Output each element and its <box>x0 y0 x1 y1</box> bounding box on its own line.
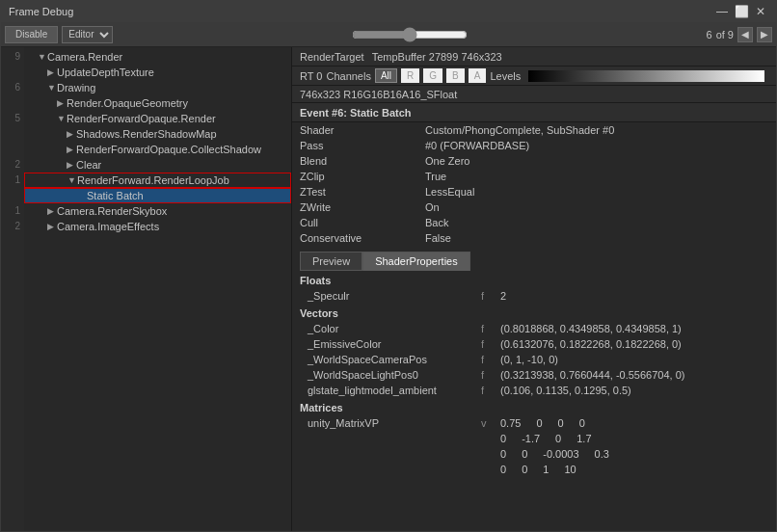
prop-val-blend: One Zero <box>425 155 469 167</box>
disable-button[interactable]: Disable <box>5 26 58 43</box>
tree-arrow: ▼ <box>47 80 57 95</box>
m-v3: 0 <box>558 417 564 429</box>
tree-item-image-effects[interactable]: ▶ Camera.ImageEffects <box>24 219 291 234</box>
tree-label: Camera.RenderSkybox <box>57 203 167 219</box>
sp-color: _Color f (0.8018868, 0.4349858, 0.434985… <box>292 321 776 336</box>
matrix-row1-values: 0.75 0 0 0 <box>500 417 585 429</box>
right-panel: RenderTarget TempBuffer 27899 746x323 RT… <box>292 47 776 531</box>
tree-arrow: ▶ <box>47 219 57 234</box>
render-target-value: TempBuffer 27899 746x323 <box>372 51 768 63</box>
tree-label: Render.OpaqueGeometry <box>67 95 188 111</box>
tree-panel: ▼ Camera.Render ▶ UpdateDepthTexture ▼ D… <box>24 47 291 531</box>
prop-zwrite: ZWrite On <box>292 200 776 215</box>
tree-arrow: ▶ <box>47 65 57 80</box>
window-title: Frame Debug <box>9 6 73 17</box>
resolution-text: 746x323 R16G16B16A16_SFloat <box>300 89 457 100</box>
prev-btn[interactable]: ◀ <box>737 27 753 42</box>
tree-label: RenderForwardOpaque.CollectShadow <box>76 142 261 157</box>
channel-all-btn[interactable]: All <box>375 68 397 83</box>
tree-label: Static Batch <box>87 188 144 203</box>
tree-arrow: ▼ <box>57 111 67 126</box>
matrix-row3-values: 0 0 -0.0003 0.3 <box>500 448 609 460</box>
prop-shader: Shader Custom/PhongComplete, SubShader #… <box>292 122 776 138</box>
channels-bar: RT 0 Channels All R G B A Levels <box>292 66 776 86</box>
minimize-btn[interactable]: — <box>714 4 730 19</box>
tree-arrow <box>77 188 87 203</box>
section-matrices: Matrices <box>292 398 776 415</box>
tree-arrow: ▶ <box>57 95 67 111</box>
frame-slider[interactable] <box>352 27 468 42</box>
tree-item-shadows[interactable]: ▶ Shadows.RenderShadowMap <box>24 126 291 142</box>
matrix-row-4: 0 0 1 10 <box>292 462 776 477</box>
matrix-name: unity_MatrixVP <box>308 417 481 429</box>
prop-val-zwrite: On <box>425 201 440 213</box>
prop-key-conservative: Conservative <box>300 232 425 244</box>
m-v4: 0 <box>579 417 585 429</box>
render-target-bar: RenderTarget TempBuffer 27899 746x323 <box>292 47 776 66</box>
sp-value-ambient: (0.106, 0.1135, 0.1295, 0.5) <box>500 385 631 396</box>
next-btn[interactable]: ▶ <box>757 27 772 42</box>
sp-value-color: (0.8018868, 0.4349858, 0.4349858, 1) <box>500 323 682 334</box>
sp-type-ambient: f <box>481 385 500 396</box>
tree-arrow: ▼ <box>38 49 47 65</box>
sp-value-camera-pos: (0, 1, -10, 0) <box>500 354 558 365</box>
tree-arrow: ▶ <box>67 142 76 157</box>
tab-shader-properties[interactable]: ShaderProperties <box>362 252 470 271</box>
matrix-row-3: 0 0 -0.0003 0.3 <box>292 446 776 462</box>
prop-val-cull: Back <box>425 217 448 228</box>
shader-tabs: Preview ShaderProperties <box>292 246 776 271</box>
m-v2: 0 <box>522 448 527 460</box>
prop-key-blend: Blend <box>300 155 425 167</box>
editor-select[interactable]: Editor <box>62 26 113 43</box>
prop-val-pass: #0 (FORWARDBASE) <box>425 140 529 151</box>
sp-type-light-pos: f <box>481 369 500 381</box>
event-bar: Event #6: Static Batch <box>292 103 776 122</box>
sp-name-light-pos: _WorldSpaceLightPos0 <box>308 369 481 381</box>
tree-item-collect-shadow[interactable]: ▶ RenderForwardOpaque.CollectShadow <box>24 142 291 157</box>
levels-gradient <box>528 70 764 82</box>
sp-camera-pos: _WorldSpaceCameraPos f (0, 1, -10, 0) <box>292 352 776 367</box>
prop-key-cull: Cull <box>300 217 425 228</box>
matrix-type: v <box>481 417 500 429</box>
tree-item-update-depth[interactable]: ▶ UpdateDepthTexture <box>24 65 291 80</box>
m-v4: 0.3 <box>595 448 609 460</box>
tree-arrow: ▶ <box>67 126 76 142</box>
section-vectors: Vectors <box>292 304 776 321</box>
rt-label: RT 0 <box>300 70 322 82</box>
tree-item-renderforward-render[interactable]: ▼ RenderForwardOpaque.Render <box>24 111 291 126</box>
main-content: 9 6 5 2 1 1 2 ▼ Camera.Render ▶ <box>1 47 776 531</box>
tree-item-render-skybox[interactable]: ▶ Camera.RenderSkybox <box>24 203 291 219</box>
channel-r-btn[interactable]: R <box>401 68 419 83</box>
m-v1: 0 <box>500 433 506 444</box>
sp-ambient: glstate_lightmodel_ambient f (0.106, 0.1… <box>292 383 776 398</box>
tree-item-camera-render[interactable]: ▼ Camera.Render <box>24 49 291 65</box>
sp-value-emissive: (0.6132076, 0.1822268, 0.1822268, 0) <box>500 338 682 350</box>
channels-label: Channels <box>326 70 370 82</box>
m-v3: 1 <box>543 464 549 475</box>
tree-item-opaque-geometry[interactable]: ▶ Render.OpaqueGeometry <box>24 95 291 111</box>
sp-name-color: _Color <box>308 323 481 334</box>
m-v4: 10 <box>564 464 576 475</box>
tree-label: Clear <box>76 157 101 173</box>
m-v1: 0.75 <box>500 417 521 429</box>
prop-conservative: Conservative False <box>292 230 776 246</box>
tree-item-clear[interactable]: ▶ Clear <box>24 157 291 173</box>
sp-name-camera-pos: _WorldSpaceCameraPos <box>308 354 481 365</box>
tree-item-drawing[interactable]: ▼ Drawing <box>24 80 291 95</box>
tree-item-renderloop-job[interactable]: ▼ RenderForward.RenderLoopJob <box>24 173 291 188</box>
title-bar: Frame Debug — ⬜ ✕ <box>1 1 776 22</box>
prop-key-shader: Shader <box>300 124 425 136</box>
maximize-btn[interactable]: ⬜ <box>734 4 749 19</box>
tab-preview[interactable]: Preview <box>300 252 362 271</box>
prop-blend: Blend One Zero <box>292 153 776 169</box>
channel-a-btn[interactable]: A <box>469 68 487 83</box>
tree-label: RenderForwardOpaque.Render <box>67 111 216 126</box>
prop-key-ztest: ZTest <box>300 186 425 198</box>
channel-b-btn[interactable]: B <box>446 68 465 83</box>
sp-value-speculr: 2 <box>500 290 506 302</box>
sp-emissive: _EmissiveColor f (0.6132076, 0.1822268, … <box>292 336 776 352</box>
event-text: Event #6: Static Batch <box>300 107 412 119</box>
tree-item-static-batch[interactable]: Static Batch <box>24 188 291 203</box>
channel-g-btn[interactable]: G <box>423 68 442 83</box>
close-btn[interactable]: ✕ <box>753 4 768 19</box>
